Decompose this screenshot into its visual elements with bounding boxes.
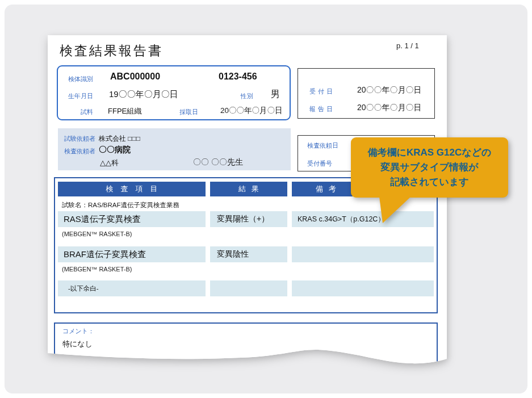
row3-remark [292,280,434,296]
requester-band: 試験依頼者 株式会社 □□□ 検査依頼者 〇〇病院 △△科 〇〇 〇〇先生 [58,128,291,170]
request-date-label: 検査依頼日 [307,141,338,150]
collection-date-value: 20〇〇年〇月〇日 [220,106,283,116]
header-result: 結果 [210,182,287,196]
collection-date-label: 採取日 [179,108,198,116]
comment-box: コメント： 特になし [54,322,438,371]
reception-no-label: 受付番号 [307,160,332,168]
callout-line: 記載されています [351,175,508,190]
birthdate-label: 生年月日 [68,92,93,100]
row3-result [210,280,287,296]
row1-item: RAS遺伝子変異検査 [58,211,206,227]
row2-item: BRAF遺伝子変異検査 [58,246,206,262]
doctor-value: 〇〇 〇〇先生 [193,157,243,167]
header-item: 検査項目 [58,182,206,196]
table-row: -以下余白- [58,280,434,296]
reported-date-value: 20〇〇年〇月〇日 [357,103,422,113]
sample-value: FFPE組織 [108,106,141,116]
department-value: △△科 [100,158,119,168]
row2-result: 変異陰性 [210,246,287,262]
annotation-callout: 備考欄にKRAS G12Cなどの 変異サブタイプ情報が 記載されています [351,137,508,198]
row1-kit: (MEBGEN™ RASKET-B) [62,231,132,237]
callout-tail [351,196,419,224]
specimen-id-label: 検体識別 [68,75,93,83]
test-requester-value: 〇〇病院 [99,145,131,155]
specimen-id-value: ABC000000 [110,72,160,82]
row3-item: -以下余白- [58,280,206,296]
sex-label: 性別 [241,92,253,100]
table-row: BRAF遺伝子変異検査 変異陰性 [58,246,434,262]
callout-bubble: 備考欄にKRAS G12Cなどの 変異サブタイプ情報が 記載されています [351,137,508,198]
comment-label: コメント： [62,327,94,336]
row1-result: 変異陽性（+） [210,211,287,227]
sample-label: 試料 [81,108,93,116]
received-date-label: 受付日 [309,87,335,96]
specimen-id-value2: 0123-456 [219,72,257,82]
study-requester-value: 株式会社 □□□ [99,134,140,144]
callout-line: 備考欄にKRAS G12Cなどの [351,145,508,160]
page-number: p. 1 / 1 [396,41,419,50]
sex-value: 男 [271,89,280,100]
row2-remark [292,246,434,262]
test-requester-label: 検査依頼者 [64,147,95,156]
callout-line: 変異サブタイプ情報が [351,160,508,175]
page-title: 検査結果報告書 [60,42,163,60]
birthdate-value: 19〇〇年〇月〇日 [109,89,178,100]
comment-value: 特になし [62,339,93,349]
reported-date-label: 報告日 [309,105,335,114]
report-infographic: 検査結果報告書 p. 1 / 1 検体識別 ABC000000 0123-456… [0,0,532,398]
specimen-box: 検体識別 ABC000000 0123-456 生年月日 19〇〇年〇月〇日 性… [57,65,291,120]
row2-kit: (MEBGEN™ RASKET-B) [62,266,132,273]
study-name: 試験名：RAS/BRAF遺伝子変異検査業務 [62,201,179,210]
study-requester-label: 試験依頼者 [64,135,95,143]
dates-box: 受付日 20〇〇年〇月〇日 報告日 20〇〇年〇月〇日 [298,68,435,119]
received-date-value: 20〇〇年〇月〇日 [357,85,422,95]
